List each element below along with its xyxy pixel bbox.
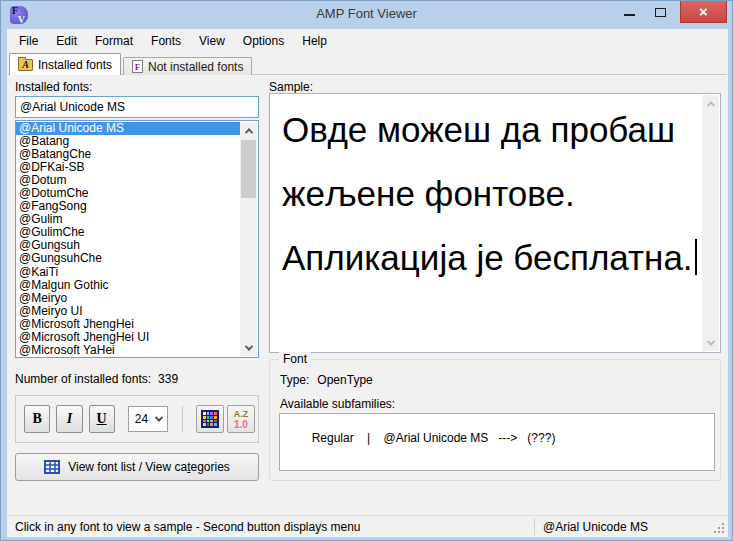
table-icon — [44, 460, 60, 474]
font-list-item[interactable]: @DFKai-SB — [16, 161, 240, 174]
scroll-down-icon[interactable] — [240, 339, 257, 356]
font-list-item[interactable]: @Meiryo UI — [16, 305, 240, 318]
tab-page: A Installed fonts F Not installed fonts … — [7, 53, 728, 515]
status-message: Click in any font to view a sample - Sec… — [15, 520, 361, 534]
sample-text: Овде можеш да пробаш жељене фонтове. Апл… — [282, 98, 697, 290]
close-button[interactable]: × — [680, 1, 727, 23]
sample-line: Овде можеш да пробаш — [282, 98, 697, 162]
font-list-item[interactable]: @Dotum — [16, 174, 240, 187]
color-palette-button[interactable] — [196, 405, 224, 433]
view-font-list-button[interactable]: View font list / View categories — [15, 453, 259, 481]
sample-scrollbar[interactable] — [702, 95, 719, 351]
sample-line: жељене фонтове. — [282, 162, 697, 226]
scroll-up-icon[interactable] — [702, 95, 719, 112]
menu-item[interactable]: Format — [86, 30, 142, 52]
font-version-button[interactable]: A.Z 1.0 — [227, 405, 255, 433]
bold-button[interactable]: B — [24, 405, 50, 433]
font-name-input[interactable] — [15, 96, 259, 118]
status-separator — [534, 518, 535, 535]
maximize-button[interactable] — [645, 1, 676, 23]
status-bar: Click in any font to view a sample - Sec… — [7, 515, 728, 537]
menu-item[interactable]: Options — [234, 30, 293, 52]
font-list-item[interactable]: @Microsoft JhengHei UI — [16, 331, 240, 344]
font-size-value: 24 — [135, 412, 148, 426]
font-list-item[interactable]: @Malgun Gothic — [16, 279, 240, 292]
font-list-item[interactable]: @GulimChe — [16, 226, 240, 239]
az-version-icon: A.Z 1.0 — [234, 409, 249, 430]
minimize-button[interactable] — [614, 1, 644, 23]
sample-label: Sample: — [269, 80, 313, 94]
maximize-icon — [655, 8, 666, 17]
resize-grip-icon[interactable] — [714, 531, 716, 533]
tab-installed-fonts[interactable]: A Installed fonts — [9, 53, 121, 75]
font-list-scrollbar[interactable] — [240, 122, 257, 356]
installed-fonts-folder-icon: A — [18, 59, 33, 71]
format-toolbar: B I U 24 A.Z 1.0 — [15, 395, 259, 443]
menu-item[interactable]: File — [10, 30, 47, 52]
font-list-item[interactable]: @Meiryo — [16, 292, 240, 305]
close-icon: × — [699, 2, 708, 22]
view-font-list-button-label: View font list / View categories — [68, 460, 230, 474]
sample-textarea[interactable]: Овде можеш да пробаш жељене фонтове. Апл… — [269, 93, 721, 353]
font-list-item[interactable]: @Batang — [16, 135, 240, 148]
tab-installed-fonts-label: Installed fonts — [38, 58, 112, 72]
not-installed-fonts-file-icon: F — [132, 60, 143, 73]
underline-button[interactable]: U — [89, 405, 115, 433]
scroll-down-icon[interactable] — [702, 334, 719, 351]
tab-not-installed-fonts-label: Not installed fonts — [148, 60, 243, 74]
font-list-item[interactable]: @KaiTi — [16, 266, 240, 279]
font-list-item[interactable]: @Arial Unicode MS — [16, 122, 240, 135]
font-list-item[interactable]: @GungsuhChe — [16, 252, 240, 265]
menu-item[interactable]: Help — [293, 30, 336, 52]
count-value: 339 — [158, 372, 178, 386]
chevron-down-icon — [155, 413, 163, 421]
font-type-row: Type:OpenType — [280, 373, 373, 387]
font-list-item[interactable]: @BatangChe — [16, 148, 240, 161]
scrollbar-thumb[interactable] — [241, 140, 256, 198]
subfamilies-label: Available subfamilies: — [280, 397, 395, 411]
app-window: F V AMP Font Viewer × FileEditFormatFont… — [0, 0, 733, 541]
titlebar[interactable]: F V AMP Font Viewer × — [1, 1, 732, 29]
italic-button[interactable]: I — [56, 405, 82, 433]
minimize-icon — [624, 14, 635, 16]
subfamilies-list[interactable]: Regular | @Arial Unicode MS ---> (???) — [279, 413, 715, 471]
subfamily-item[interactable]: Regular | @Arial Unicode MS ---> (???) — [312, 431, 556, 445]
status-font-name: @Arial Unicode MS — [543, 520, 648, 534]
installed-fonts-count: Number of installed fonts:339 — [15, 372, 178, 386]
count-label: Number of installed fonts: — [15, 372, 151, 386]
text-caret — [695, 239, 697, 275]
font-list-item[interactable]: @Microsoft JhengHei — [16, 318, 240, 331]
menu-item[interactable]: View — [190, 30, 234, 52]
menu-item[interactable]: Edit — [47, 30, 86, 52]
font-list[interactable]: @Arial Unicode MS@Batang@BatangChe@DFKai… — [15, 120, 259, 358]
toolbar-separator — [182, 406, 183, 432]
font-list-item[interactable]: @Gungsuh — [16, 239, 240, 252]
font-list-item[interactable]: @Microsoft YaHei — [16, 344, 240, 357]
tab-not-installed-fonts[interactable]: F Not installed fonts — [123, 57, 252, 75]
font-size-select[interactable]: 24 — [128, 406, 168, 432]
font-list-item[interactable]: @DotumChe — [16, 187, 240, 200]
scroll-up-icon[interactable] — [240, 122, 257, 139]
font-info-group: Font Type:OpenType Available subfamilies… — [269, 359, 721, 481]
font-list-item[interactable]: @Gulim — [16, 213, 240, 226]
font-type-label: Type: — [280, 373, 309, 387]
installed-fonts-label: Installed fonts: — [15, 80, 92, 94]
sample-line: Апликација је бесплатна. — [282, 226, 697, 290]
font-list-item[interactable]: @FangSong — [16, 200, 240, 213]
font-type-value: OpenType — [317, 373, 372, 387]
menu-item[interactable]: Fonts — [142, 30, 190, 52]
menu-bar: FileEditFormatFontsViewOptionsHelp — [7, 29, 728, 53]
font-group-legend: Font — [279, 352, 311, 366]
color-grid-icon — [201, 410, 219, 428]
